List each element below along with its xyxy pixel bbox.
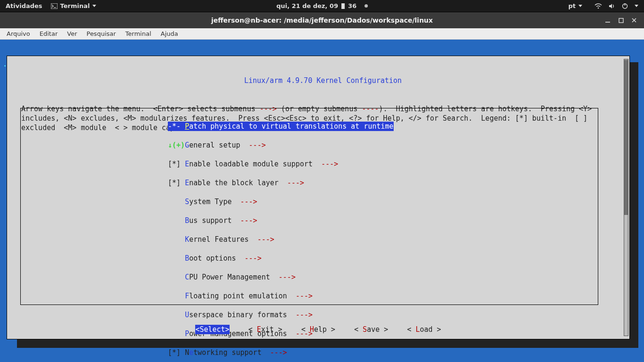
menu-item-cpu-power-mgmt[interactable]: CPU Power Management ---> xyxy=(168,272,394,282)
clock-suffix: 36 xyxy=(348,2,356,9)
menu-ver[interactable]: Ver xyxy=(63,29,81,38)
minimize-button[interactable] xyxy=(604,17,611,24)
svg-point-2 xyxy=(598,7,599,8)
active-app-label: Terminal xyxy=(60,2,90,9)
dialog-title: Linux/arm 4.9.70 Kernel Configuration xyxy=(21,76,625,85)
close-button[interactable] xyxy=(631,17,637,24)
svg-rect-0 xyxy=(51,3,58,9)
menu-item-bus-support[interactable]: Bus support ---> xyxy=(168,216,394,225)
menu-terminal[interactable]: Terminal xyxy=(122,29,155,38)
window-title: jefferson@nb-acer: /media/jefferson/Dado… xyxy=(211,16,433,24)
terminal-viewport[interactable]: .config - Linux/arm 4.9.70 Kernel Config… xyxy=(0,40,644,362)
menu-item-system-type[interactable]: System Type ---> xyxy=(168,197,394,206)
menu-list-box: -*- Patch physical to virtual translatio… xyxy=(20,108,598,305)
window-titlebar[interactable]: jefferson@nb-acer: /media/jefferson/Dado… xyxy=(0,12,644,28)
wifi-icon xyxy=(594,3,602,9)
menu-item-patch-phys-virt[interactable]: -*- Patch physical to virtual translatio… xyxy=(168,122,394,131)
menu-ajuda[interactable]: Ajuda xyxy=(157,29,182,38)
menu-item-fp-emulation[interactable]: Floating point emulation ---> xyxy=(168,291,394,301)
clock-prefix: qui, 21 de dez, 09 xyxy=(276,2,338,9)
notification-dot-icon xyxy=(364,4,368,8)
select-button[interactable]: <Select> xyxy=(195,325,229,334)
menu-item-kernel-features[interactable]: Kernel Features ---> xyxy=(168,235,394,244)
menubar: Arquivo Editar Ver Pesquisar Terminal Aj… xyxy=(0,28,644,40)
menu-arquivo[interactable]: Arquivo xyxy=(3,29,34,38)
clock-menu[interactable]: qui, 21 de dez, 0936 xyxy=(273,2,371,9)
activities-label: Atividades xyxy=(6,2,42,9)
gnome-top-panel: Atividades Terminal qui, 21 de dez, 0936… xyxy=(0,0,644,12)
menuconfig-dialog: Linux/arm 4.9.70 Kernel Configuration Ar… xyxy=(7,56,630,339)
help-button[interactable]: < Help > xyxy=(301,325,335,334)
menu-item-userspace-binfmt[interactable]: Userspace binary formats ---> xyxy=(168,310,394,320)
input-source-menu[interactable]: pt xyxy=(565,2,585,9)
input-source-label: pt xyxy=(568,2,576,9)
chevron-down-icon xyxy=(578,5,582,7)
maximize-button[interactable] xyxy=(618,17,624,24)
terminal-window: jefferson@nb-acer: /media/jefferson/Dado… xyxy=(0,12,644,362)
active-app-menu[interactable]: Terminal xyxy=(48,2,99,9)
save-button[interactable]: < Save > xyxy=(354,325,388,334)
power-icon xyxy=(622,3,628,9)
menu-item-loadable-modules[interactable]: [*] Enable loadable module support ---> xyxy=(168,159,394,169)
svg-rect-6 xyxy=(619,18,623,23)
button-bar: <Select> < Exit > < Help > < Save > < Lo… xyxy=(7,325,629,334)
chevron-down-icon xyxy=(635,5,638,7)
close-icon xyxy=(631,17,637,23)
maximize-icon xyxy=(619,18,624,23)
minimize-icon xyxy=(605,17,611,23)
menu-pesquisar[interactable]: Pesquisar xyxy=(83,29,120,38)
activities-button[interactable]: Atividades xyxy=(3,2,45,9)
menu-item-general-setup[interactable]: General setup ---> xyxy=(168,140,394,150)
clock-cursor-block xyxy=(341,3,345,9)
system-status-area[interactable] xyxy=(592,3,641,9)
menu-item-block-layer[interactable]: [*] Enable the block layer ---> xyxy=(168,178,394,188)
load-button[interactable]: < Load > xyxy=(407,325,441,334)
exit-button[interactable]: < Exit > xyxy=(248,325,282,334)
terminal-icon xyxy=(51,3,58,9)
scrollbar-thumb[interactable] xyxy=(624,60,628,215)
chevron-down-icon xyxy=(92,5,96,7)
volume-icon xyxy=(609,3,615,9)
menu-item-networking[interactable]: [*] Networking support ---> xyxy=(168,348,394,357)
menu-editar[interactable]: Editar xyxy=(36,29,62,38)
dialog-scrollbar[interactable] xyxy=(624,59,628,336)
menu-item-boot-options[interactable]: Boot options ---> xyxy=(168,254,394,263)
